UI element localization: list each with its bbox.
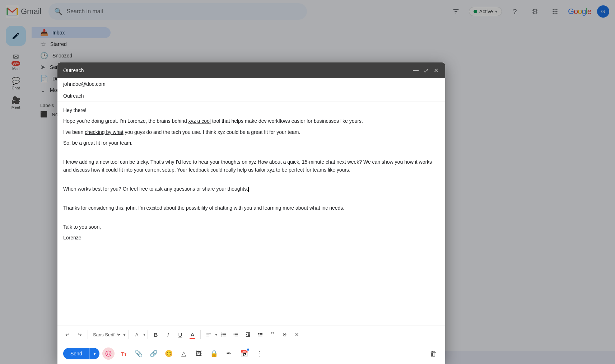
compose-window: Outreach — ⤢ ✕ johndoe@doe.com Outreach …	[57, 62, 445, 364]
italic-button[interactable]: I	[162, 329, 174, 340]
emoji-color-button[interactable]	[102, 347, 115, 360]
body-p4: I know adding a new tool can be tricky. …	[63, 158, 439, 174]
quote-button[interactable]: "	[267, 329, 278, 340]
body-greeting: Hey there!	[63, 106, 439, 114]
formatting-toolbar: ↩ ↪ Sans Serif ▾ A ▾ B I U A ▾	[57, 326, 445, 343]
minimize-button[interactable]: —	[412, 67, 419, 74]
compose-subject-field[interactable]: Outreach	[57, 90, 445, 102]
close-button[interactable]: ✕	[432, 67, 439, 74]
send-dropdown-button[interactable]: ▾	[89, 348, 99, 359]
indent-less-button[interactable]	[242, 329, 254, 340]
body-p3: So, be a great fit for your team.	[63, 139, 439, 147]
link-button[interactable]: 🔗	[148, 347, 160, 360]
compose-body[interactable]: Hey there! Hope you're doing great. I'm …	[57, 102, 445, 326]
send-row: Send ▾ 📎 🔗 😊 △ 🖼 🔒 ✒ 📅 ⋮ 🗑	[57, 343, 445, 364]
svg-point-15	[109, 353, 110, 353]
ordered-list-button[interactable]	[218, 329, 229, 340]
svg-point-14	[107, 353, 108, 353]
send-button[interactable]: Send	[63, 348, 89, 359]
emoji-button[interactable]: 😊	[163, 347, 175, 360]
toolbar-separator-1	[88, 330, 88, 339]
font-select[interactable]: Sans Serif	[90, 329, 122, 340]
align-button[interactable]	[203, 329, 214, 340]
compose-titlebar: Outreach — ⤢ ✕	[57, 62, 445, 78]
signature-button[interactable]: ✒	[223, 347, 235, 360]
drive-button[interactable]: △	[178, 347, 190, 360]
body-p2: I've been checking by what you guys do a…	[63, 128, 439, 136]
body-closing1: Talk to you soon,	[63, 223, 439, 231]
toolbar-separator-2	[129, 330, 129, 339]
body-p5: When works best for you? Or feel free to…	[63, 185, 439, 193]
expand-button[interactable]: ⤢	[422, 67, 429, 74]
redo-button[interactable]: ↪	[74, 329, 85, 340]
underline-button[interactable]: U	[174, 329, 186, 340]
xyz-underlined: xyz a cool	[188, 118, 211, 124]
compose-title: Outreach	[63, 67, 84, 73]
discard-button[interactable]: 🗑	[427, 347, 439, 360]
schedule-button[interactable]: 📅	[238, 347, 250, 360]
compose-subject-value: Outreach	[63, 93, 84, 99]
lock-button[interactable]: 🔒	[208, 347, 220, 360]
indent-more-button[interactable]	[255, 329, 266, 340]
body-closing2: Lorenze	[63, 234, 439, 242]
compose-controls: — ⤢ ✕	[412, 67, 439, 74]
strikethrough-button[interactable]: S	[279, 329, 290, 340]
attach-button[interactable]: 📎	[132, 347, 145, 360]
compose-to-field[interactable]: johndoe@doe.com	[57, 78, 445, 90]
text-cursor	[248, 187, 249, 192]
toolbar-separator-4	[200, 330, 201, 339]
unordered-list-button[interactable]	[230, 329, 242, 340]
compose-to-value: johndoe@doe.com	[63, 81, 106, 87]
undo-button[interactable]: ↩	[62, 329, 73, 340]
remove-format-button[interactable]: ✕	[291, 329, 303, 340]
photo-button[interactable]: 🖼	[193, 347, 205, 360]
body-p1: Hope you're doing great. I'm Lorenze, th…	[63, 117, 439, 125]
body-p6: Thanks for considering this, john. I'm e…	[63, 204, 439, 212]
more-options-button[interactable]: ⋮	[253, 347, 265, 360]
toolbar-separator-3	[148, 330, 148, 339]
send-button-group: Send ▾	[63, 348, 99, 359]
bold-button[interactable]: B	[150, 329, 162, 340]
checking-underlined: checking by what	[85, 129, 123, 135]
svg-point-13	[106, 351, 111, 356]
text-color-button[interactable]: A	[187, 329, 198, 340]
text-format-button[interactable]	[117, 347, 130, 360]
font-size-button[interactable]: A	[131, 329, 143, 340]
